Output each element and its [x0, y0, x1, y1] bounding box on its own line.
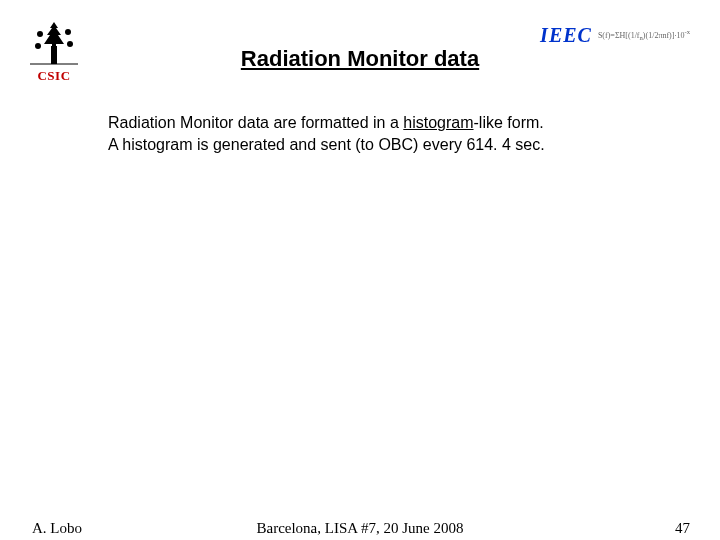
- slide-header: CSIC Radiation Monitor data IEEC S(f)=ΣH…: [0, 18, 720, 88]
- body-line-1-a: Radiation Monitor data are formatted in …: [108, 114, 403, 131]
- slide-title: Radiation Monitor data: [0, 46, 720, 72]
- footer-page-number: 47: [675, 520, 690, 537]
- body-paragraph: Radiation Monitor data are formatted in …: [108, 112, 545, 155]
- svg-point-2: [65, 29, 71, 35]
- body-line-2: A histogram is generated and sent (to OB…: [108, 134, 545, 156]
- ieec-logo: IEEC S(f)=ΣH[(1/fn)(1/2πnf)]·10-x: [540, 24, 690, 47]
- body-histogram-word: histogram: [403, 114, 473, 131]
- body-line-1-c: -like form.: [474, 114, 544, 131]
- body-line-1: Radiation Monitor data are formatted in …: [108, 112, 545, 134]
- footer-venue: Barcelona, LISA #7, 20 June 2008: [0, 520, 720, 537]
- ieec-label: IEEC: [540, 24, 592, 47]
- ieec-formula-icon: S(f)=ΣH[(1/fn)(1/2πnf)]·10-x: [598, 29, 690, 42]
- svg-point-1: [37, 31, 43, 37]
